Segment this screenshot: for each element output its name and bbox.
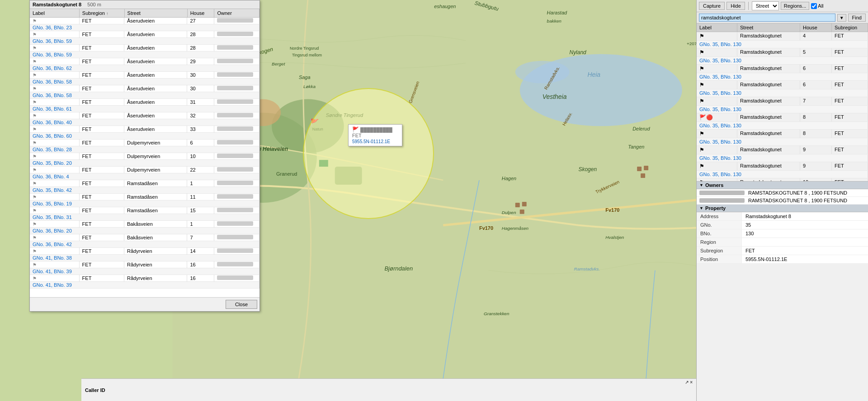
table-row[interactable]: GNo. 36, BNo. 42 <box>30 241 259 248</box>
left-col-label[interactable]: Label <box>30 9 79 18</box>
right-col-label[interactable]: Label <box>697 23 737 32</box>
right-table-row[interactable]: GNo. 35, BNo. 130 <box>697 171 868 178</box>
street-select[interactable]: Street <box>752 1 779 10</box>
table-row[interactable]: GNo. 41, BNo. 39 <box>30 268 259 275</box>
table-row[interactable]: GNo. 36, BNo. 59 <box>30 51 259 58</box>
table-row[interactable]: ⚑ FET Rådyrveien 16 <box>30 261 259 268</box>
table-row[interactable]: ⚑ FET Ramstadåsen 11 <box>30 194 259 200</box>
right-table-row[interactable]: GNo. 35, BNo. 130 <box>697 89 868 97</box>
left-row-link[interactable]: GNo. 36, BNo. 59 <box>30 38 259 45</box>
left-row-link[interactable]: GNo. 36, BNo. 20 <box>30 228 259 234</box>
find-button[interactable]: Find <box>848 14 866 22</box>
table-row[interactable]: GNo. 36, BNo. 62 <box>30 65 259 72</box>
table-row[interactable]: ⚑ FET Dulpemyrveien 22 <box>30 167 259 173</box>
left-row-link[interactable]: GNo. 36, BNo. 59 <box>30 51 259 58</box>
table-row[interactable]: ⚑ FET Bakåsveien 7 <box>30 234 259 241</box>
right-table-scroll[interactable]: ⚑ Ramstadskogtunet 4 FET GNo. 35, BNo. 1… <box>697 32 868 181</box>
right-table-row[interactable]: ⚑ Ramstadskogtunet 6 FET <box>697 81 868 89</box>
table-row[interactable]: GNo. 35, BNo. 19 <box>30 200 259 207</box>
right-table-row[interactable]: ⚑ Ramstadskogtunet 6 FET <box>697 65 868 73</box>
right-table-row[interactable]: GNo. 35, BNo. 130 <box>697 154 868 162</box>
left-row-link[interactable]: GNo. 36, BNo. 61 <box>30 106 259 112</box>
left-row-link[interactable]: GNo. 36, BNo. 60 <box>30 133 259 140</box>
table-row[interactable]: ⚑ FET Rådyrveien 14 <box>30 248 259 255</box>
right-table-row[interactable]: ⚑ Ramstadskogtunet 5 FET <box>697 48 868 57</box>
left-row-link[interactable]: GNo. 36, BNo. 62 <box>30 65 259 72</box>
table-row[interactable]: ⚑ FET Rådyrveien 16 <box>30 275 259 282</box>
owners-section-header[interactable]: Owners <box>697 182 868 189</box>
left-row-link[interactable]: GNo. 36, BNo. 58 <box>30 79 259 85</box>
table-row[interactable]: ⚑ FET Åserudveien 33 <box>30 126 259 133</box>
right-table-row[interactable]: GNo. 35, BNo. 130 <box>697 57 868 65</box>
search-dropdown-button[interactable]: ▼ <box>837 14 846 22</box>
table-row[interactable]: GNo. 36, BNo. 23 <box>30 24 259 31</box>
table-row[interactable]: GNo. 36, BNo. 58 <box>30 79 259 85</box>
capture-button[interactable]: Capture <box>699 2 725 10</box>
right-table-row[interactable]: ⚑ Ramstadskogtunet 4 FET <box>697 32 868 41</box>
left-row-link[interactable]: GNo. 35, BNo. 28 <box>30 146 259 153</box>
right-table-row[interactable]: GNo. 35, BNo. 130 <box>697 138 868 146</box>
table-row[interactable]: GNo. 36, BNo. 20 <box>30 228 259 234</box>
table-row[interactable]: ⚑ FET Åserudveien 32 <box>30 112 259 119</box>
caller-id-anchor[interactable]: ↗ × <box>685 380 693 385</box>
left-row-link[interactable]: GNo. 41, BNo. 39 <box>30 268 259 275</box>
left-row-link[interactable]: GNo. 35, BNo. 42 <box>30 187 259 194</box>
table-row[interactable]: GNo. 36, BNo. 60 <box>30 133 259 140</box>
left-col-house[interactable]: House <box>187 9 214 18</box>
right-row-link[interactable]: GNo. 35, BNo. 130 <box>697 122 868 129</box>
left-row-link[interactable]: GNo. 35, BNo. 31 <box>30 214 259 221</box>
table-row[interactable]: ⚑ FET Åserudveien 28 <box>30 45 259 51</box>
left-row-link[interactable]: GNo. 36, BNo. 42 <box>30 241 259 248</box>
property-section-header[interactable]: Property <box>697 205 868 212</box>
table-row[interactable]: GNo. 35, BNo. 42 <box>30 187 259 194</box>
left-row-link[interactable]: GNo. 35, BNo. 19 <box>30 200 259 207</box>
table-row[interactable]: ⚑ FET Ramstadåsen 1 <box>30 180 259 187</box>
table-row[interactable]: GNo. 41, BNo. 38 <box>30 255 259 261</box>
table-row[interactable]: GNo. 41, BNo. 39 <box>30 282 259 289</box>
table-row[interactable]: ⚑ FET Ramstadåsen 15 <box>30 207 259 214</box>
left-row-link[interactable]: GNo. 41, BNo. 38 <box>30 255 259 261</box>
left-row-link[interactable]: GNo. 35, BNo. 20 <box>30 160 259 167</box>
right-table-row[interactable]: ⚑ Ramstadskogtunet 7 FET <box>697 97 868 106</box>
right-table-row[interactable]: GNo. 35, BNo. 130 <box>697 106 868 113</box>
hide-button[interactable]: Hide <box>726 2 745 10</box>
table-row[interactable]: ⚑ FET Åserudveien 27 <box>30 18 259 24</box>
table-row[interactable]: GNo. 35, BNo. 28 <box>30 146 259 153</box>
left-col-subregion[interactable]: Subregion ↑ <box>79 9 124 18</box>
right-col-subregion[interactable]: Subregion <box>832 23 868 32</box>
right-table-row[interactable]: GNo. 35, BNo. 130 <box>697 122 868 130</box>
table-row[interactable]: GNo. 35, BNo. 20 <box>30 160 259 167</box>
table-row[interactable]: GNo. 36, BNo. 4 <box>30 173 259 180</box>
left-row-link[interactable]: GNo. 36, BNo. 40 <box>30 119 259 126</box>
right-col-house[interactable]: House <box>800 23 832 32</box>
right-row-link[interactable]: GNo. 35, BNo. 130 <box>697 138 868 145</box>
table-row[interactable]: ⚑ FET Bakåsveien 1 <box>30 221 259 228</box>
right-table-row[interactable]: ⚑ Ramstadskogtunet 8 FET <box>697 130 868 138</box>
regions-button[interactable]: Regions... <box>781 2 810 10</box>
table-row[interactable]: GNo. 35, BNo. 31 <box>30 214 259 221</box>
table-row[interactable]: ⚑ FET Åserudveien 29 <box>30 58 259 65</box>
table-row[interactable]: ⚑ FET Åserudveien 30 <box>30 85 259 92</box>
table-row[interactable]: ⚑ FET Åserudveien 30 <box>30 72 259 79</box>
right-row-link[interactable]: GNo. 35, BNo. 130 <box>697 73 868 80</box>
table-row[interactable]: GNo. 36, BNo. 58 <box>30 92 259 99</box>
right-row-link[interactable]: GNo. 35, BNo. 130 <box>697 89 868 97</box>
table-row[interactable]: GNo. 36, BNo. 59 <box>30 38 259 45</box>
left-col-street[interactable]: Street <box>124 9 187 18</box>
right-table-row[interactable]: GNo. 35, BNo. 130 <box>697 73 868 81</box>
right-row-link[interactable]: GNo. 35, BNo. 130 <box>697 57 868 64</box>
left-row-link[interactable]: GNo. 36, BNo. 4 <box>30 173 259 180</box>
right-table-row[interactable]: ⚑ Ramstadskogtunet 9 FET <box>697 162 868 171</box>
all-checkbox[interactable] <box>811 3 817 9</box>
left-col-owner[interactable]: Owner <box>214 9 259 18</box>
table-row[interactable]: GNo. 36, BNo. 40 <box>30 119 259 126</box>
right-table-row[interactable]: 🚩🔴 Ramstadskogtunet 8 FET <box>697 113 868 122</box>
table-row[interactable]: GNo. 36, BNo. 61 <box>30 106 259 112</box>
left-row-link[interactable]: GNo. 41, BNo. 39 <box>30 282 259 289</box>
right-table-row[interactable]: ⚑ Ramstadskogtunet 9 FET <box>697 146 868 154</box>
close-button[interactable]: Close <box>226 300 257 309</box>
left-row-link[interactable]: GNo. 36, BNo. 58 <box>30 92 259 99</box>
right-row-link[interactable]: GNo. 35, BNo. 130 <box>697 106 868 113</box>
right-row-link[interactable]: GNo. 35, BNo. 130 <box>697 171 868 178</box>
table-row[interactable]: ⚑ FET Åserudveien 31 <box>30 99 259 106</box>
